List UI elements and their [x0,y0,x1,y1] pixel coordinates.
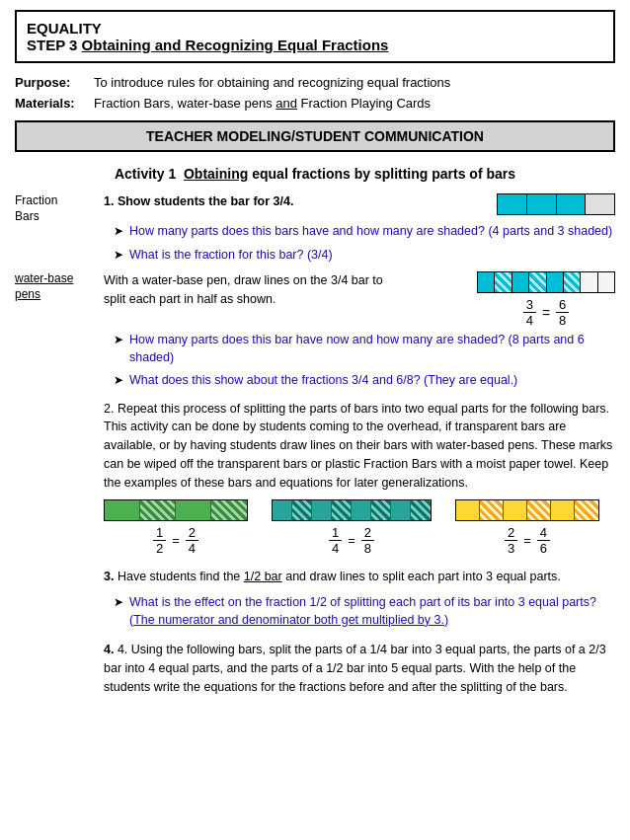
waterbase-para: With a water-base pen, draw lines on the… [104,271,400,309]
split-bar-area: 3 4 = 6 8 [477,271,615,328]
purpose-label: Purpose: [15,75,94,90]
frac-46-num: 4 [537,525,550,541]
frac-68: 6 8 [556,297,569,328]
bar-12 [104,499,248,521]
frac-24-den: 4 [186,541,198,556]
materials-text: Fraction Bars, water-base pens and Fract… [94,96,431,111]
eq-sign-1: = [542,305,550,321]
split-cell-5 [547,272,564,292]
bar14-cell8 [411,500,431,520]
split-cell-8 [598,272,614,292]
frac-24: 2 4 [186,525,198,556]
fraction-bars-label: FractionBars [15,193,57,223]
step3-section: 3. Have students find the 1/2 bar and dr… [104,568,615,629]
bar23-cell1 [456,500,480,520]
side-label-fraction-bars: FractionBars [15,193,96,224]
bar14-cell2 [292,500,312,520]
materials-section: Materials: Fraction Bars, water-base pen… [15,96,615,111]
bar12-cell4 [211,500,247,520]
header-equality: EQUALITY [27,20,603,37]
split-cell-7 [581,272,597,292]
waterbase-text-block: With a water-base pen, draw lines on the… [104,271,400,317]
frac-14-num: 1 [329,525,342,541]
step1-bullet2: ➤ What is the fraction for this bar? (3/… [114,247,615,265]
waterbase-label: water-basepens [15,271,73,301]
bar-14 [272,499,432,521]
bar-68 [477,271,615,293]
materials-text1: Fraction Bars, water-base pens [94,96,276,111]
step2-bars-row: 1 2 = 2 4 [104,499,615,556]
eq-14-28: 1 4 = 2 8 [326,525,377,556]
eq-23-46: 2 3 = 4 6 [502,525,553,556]
side-label-waterbase: water-basepens [15,271,96,302]
bar14-cell3 [312,500,332,520]
step2-section: 2. Repeat this process of splitting the … [104,400,615,557]
step1-text: 1. Show students the bar for 3/4. [104,194,293,208]
arrow-icon-1: ➤ [114,224,123,238]
arrow-icon-5: ➤ [114,595,123,609]
bar12-cell1 [105,500,140,520]
step1-bullet1: ➤ How many parts does this bars have and… [114,223,615,241]
main-content: FractionBars 1. Show students the bar fo… [15,193,615,696]
fraction-eq-34-68: 3 4 = 6 8 [520,297,573,328]
bar-group-12: 1 2 = 2 4 [104,499,248,556]
bar12-cell3 [176,500,211,520]
frac-28-den: 8 [361,541,374,556]
header-box: EQUALITY STEP 3 Obtaining and Recognizin… [15,10,615,63]
frac-12-num: 1 [153,525,166,541]
step1-bullet4: ➤ What does this show about the fraction… [114,372,615,390]
arrow-icon-4: ➤ [114,373,123,387]
step4-bold: 4. [104,643,114,656]
eq-sign-4: = [523,533,531,548]
bar14-cell1 [273,500,292,520]
teacher-modeling-text: TEACHER MODELING/STUDENT COMMUNICATION [146,128,484,144]
frac-28-num: 2 [361,525,374,541]
bar12-cell2 [140,500,176,520]
waterbase-section: water-basepens With a water-base pen, dr… [104,271,615,328]
arrow-icon-3: ➤ [114,333,123,346]
split-cell-3 [512,272,529,292]
step2-intro: 2. Repeat this process of splitting the … [104,400,615,493]
step3-text: 3. Have students find the 1/2 bar and dr… [104,568,615,586]
eq-12-24: 1 2 = 2 4 [150,525,201,556]
step3-12-underline: 1/2 bar [244,570,282,583]
bar-cell-1 [498,194,527,214]
step4-content: 4. Using the following bars, split the p… [104,643,606,694]
step3-bullet: ➤ What is the effect on the fraction 1/2… [114,594,615,629]
bar-cell-3 [557,194,587,214]
frac-12-den: 2 [153,541,166,556]
split-cell-6 [564,272,581,292]
bar14-cell6 [371,500,391,520]
bar-group-23: 2 3 = 4 6 [455,499,599,556]
bar-34 [497,193,615,215]
step1-bullet3: ➤ How many parts does this bar have now … [114,332,615,366]
header-step: STEP 3 Obtaining and Recognizing Equal F… [27,37,603,53]
activity1-underline: Obtaining [184,166,248,182]
materials-and: and [276,96,297,111]
split-cell-4 [529,272,546,292]
step1-bullet1-text: How many parts does this bars have and h… [129,223,612,241]
bar23-cell6 [575,500,598,520]
purpose-text: To introduce rules for obtaining and rec… [94,75,450,90]
frac-68-den: 8 [556,313,569,328]
step1-row: 1. Show students the bar for 3/4. [104,193,615,215]
step4-text: 4. 4. Using the following bars, split th… [104,641,615,696]
step3-bold: 3. [104,570,114,583]
bar-cell-2 [527,194,557,214]
frac-34: 3 4 [523,297,536,328]
materials-text2: Fraction Playing Cards [297,96,431,111]
step1-bullet3-text: How many parts does this bar have now an… [129,332,615,366]
step1-bullet4-text: What does this show about the fractions … [129,372,517,390]
step3-underline-answer: The numerator and denominator both get m… [133,613,444,627]
frac-34-den: 4 [523,313,536,328]
frac-68-num: 6 [556,297,569,313]
bar23-cell4 [527,500,551,520]
frac-23: 2 3 [505,525,517,556]
activity1-title: Activity 1 Obtaining equal fractions by … [15,166,615,182]
frac-14: 1 4 [329,525,342,556]
waterbase-row: With a water-base pen, draw lines on the… [104,271,615,328]
bar-cell-4 [586,194,614,214]
frac-28: 2 8 [361,525,374,556]
eq-sign-3: = [348,533,355,548]
teacher-modeling-box: TEACHER MODELING/STUDENT COMMUNICATION [15,120,615,152]
